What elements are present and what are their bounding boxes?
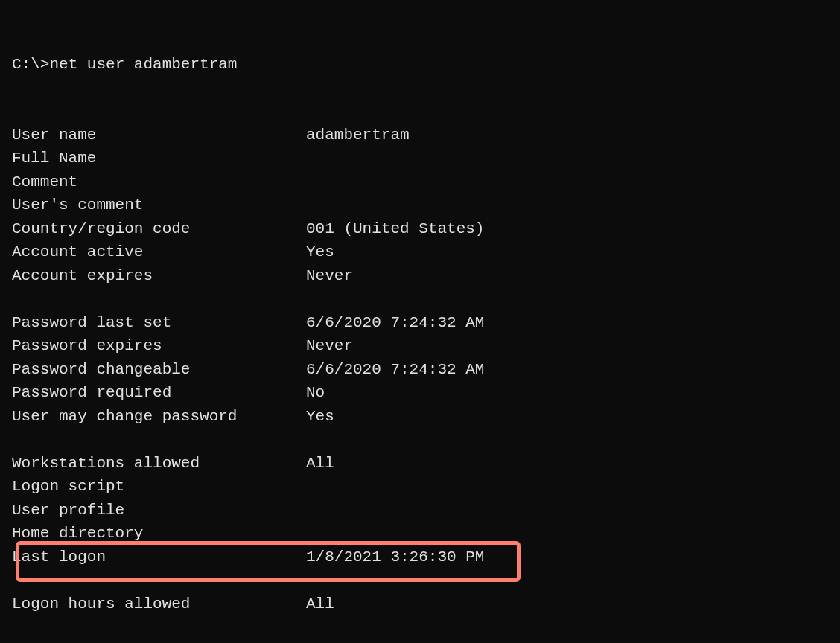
output-label: Local Group Memberships [12,639,306,644]
output-value-secondary: *Performance Log Users [447,639,769,644]
output-label: Full Name [12,147,306,170]
output-row: Account expiresNever [12,264,828,288]
output-value: 6/6/2020 7:24:32 AM [306,311,484,335]
output-value: Yes [306,240,334,264]
output-row: Comment [12,170,828,194]
output-label: Logon script [12,475,306,499]
output-row: User nameadambertram [12,124,828,147]
command-prompt-line: C:\>net user adambertram [12,53,828,77]
output-row: Last logon1/8/2021 3:26:30 PM [12,546,828,569]
output-label: Comment [12,170,306,194]
output-label: Password last set [12,311,306,335]
output-label: Password expires [12,334,306,358]
output-row [12,287,828,311]
output-row: Full Name [12,147,828,170]
output-value: Yes [306,405,334,429]
output-row: Logon script [12,475,828,499]
output-label: User may change password [12,405,306,429]
output-row: Workstations allowedAll [12,452,828,476]
output-label: Logon hours allowed [12,592,306,616]
output-row: Local Group Memberships*Administrators*P… [12,639,828,644]
output-label: User's comment [12,193,306,217]
output-value: Never [306,334,353,358]
output-value: Never [306,264,353,288]
output-row: User may change passwordYes [12,405,828,429]
output-row [12,615,828,639]
output-label: Workstations allowed [12,452,306,476]
output-value: No [306,381,325,405]
prompt-text: C:\> [12,53,49,77]
output-row: Password last set6/6/2020 7:24:32 AM [12,311,828,335]
output-value: 001 (United States) [306,217,484,241]
output-value: All [306,592,334,616]
output-value: 6/6/2020 7:24:32 AM [306,358,484,382]
output-label: Country/region code [12,217,306,241]
terminal-window[interactable]: C:\>net user adambertram User nameadambe… [12,6,828,643]
output-row: Password expiresNever [12,334,828,358]
output-label: Home directory [12,522,306,546]
output-label: Last logon [12,546,306,569]
output-row: Country/region code001 (United States) [12,217,828,241]
output-row: Logon hours allowedAll [12,592,828,616]
output-row: Account activeYes [12,240,828,264]
output-value: All [306,452,334,476]
output-value: *Administrators [306,639,447,644]
output-label: Password changeable [12,358,306,382]
output-label: Account active [12,240,306,264]
output-row: Password requiredNo [12,381,828,405]
output-row: User's comment [12,193,828,217]
output-label: Account expires [12,264,306,288]
output-label: User profile [12,499,306,522]
output-value: 1/8/2021 3:26:30 PM [306,546,484,569]
output-label: Password required [12,381,306,405]
output-row: Home directory [12,522,828,546]
output-row: Password changeable6/6/2020 7:24:32 AM [12,358,828,382]
output-value: adambertram [306,124,410,147]
output-row [12,569,828,592]
command-text: net user adambertram [49,53,237,77]
output-label: User name [12,124,306,147]
output-row: User profile [12,499,828,522]
output-row [12,428,828,452]
